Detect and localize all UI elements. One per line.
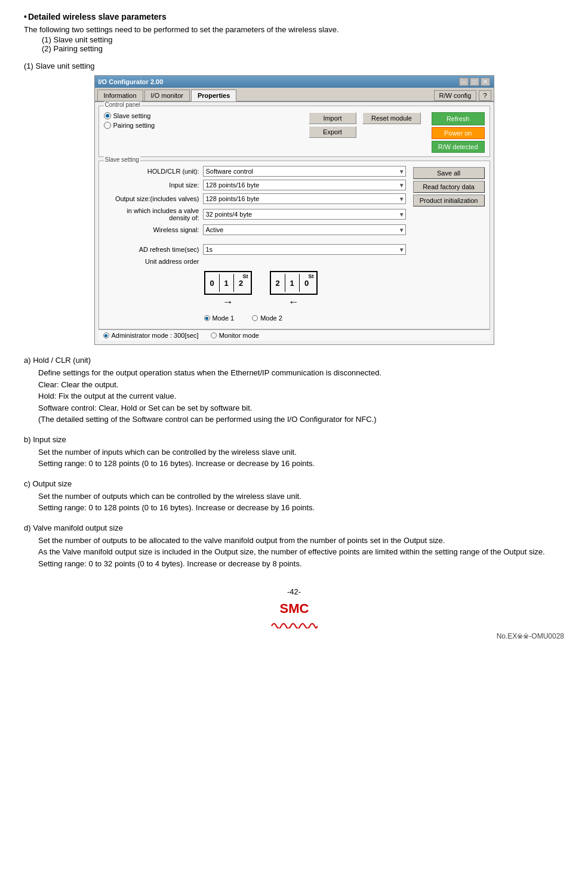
wireless-signal-select-wrap: Active ▼ <box>203 224 408 235</box>
maximize-button[interactable]: □ <box>470 78 479 86</box>
wireless-signal-select[interactable]: Active <box>203 224 406 235</box>
input-size-row: Input size: 128 points/16 byte ▼ <box>104 180 408 190</box>
read-factory-button[interactable]: Read factory data <box>413 181 485 193</box>
desc-text-output_size-0: Set the number of outputs which can be c… <box>38 491 564 503</box>
right-panel-buttons: Refresh Power on R/W detected <box>432 112 485 153</box>
tab-properties[interactable]: Properties <box>191 90 236 101</box>
footer-doc-num: No.EX※※-OMU0028 <box>24 632 564 640</box>
export-button[interactable]: Export <box>309 126 356 138</box>
valve-density-label: in which includes a valve density of: <box>104 207 199 221</box>
slave-setting-inner: HOLD/CLR (unit): Software control ▼ Inpu… <box>104 166 485 324</box>
valve-density-select-wrap: 32 points/4 byte ▼ <box>203 209 408 220</box>
monitor-mode-label: Monitor mode <box>219 332 259 339</box>
save-all-button[interactable]: Save all <box>413 167 485 179</box>
pairing-setting-radio-dot <box>104 122 111 129</box>
mode1-diagram-box: St 0 1 2 <box>204 271 252 295</box>
hold-clr-row: HOLD/CLR (unit): Software control ▼ <box>104 166 408 177</box>
desc-text-output_size-1: Setting range: 0 to 128 points (0 to 16 … <box>38 502 564 514</box>
descriptions-container: a) Hold / CLR (unit)Define settings for … <box>24 356 564 569</box>
mode2-digit-1: 1 <box>285 274 300 292</box>
mode2-diagram: St 2 1 0 → <box>270 271 318 309</box>
app-title: I/O Configurator 2.00 <box>98 78 164 85</box>
monitor-mode-status: Monitor mode <box>211 332 259 339</box>
app-window: I/O Configurator 2.00 ─ □ ✕ Information … <box>94 75 494 345</box>
slave-setting-radio[interactable]: Slave setting <box>104 112 303 119</box>
admin-mode-radio[interactable] <box>103 332 109 338</box>
desc-text-hold_clr-4: (The detailed setting of the Software co… <box>38 414 564 426</box>
smc-logo-icon: SMC <box>276 600 312 618</box>
mode1-diagram: St 0 1 2 → <box>204 271 252 309</box>
desc-text-input_size-0: Set the number of inputs which can be co… <box>38 446 564 458</box>
wireless-signal-row: Wireless signal: Active ▼ <box>104 224 408 235</box>
mode1-label-row: Mode 1 <box>204 315 235 322</box>
desc-section-valve_manifold: d) Valve manifold output sizeSet the num… <box>24 523 564 570</box>
svg-text:SMC: SMC <box>279 601 309 616</box>
output-size-label: Output size:(includes valves) <box>104 195 199 202</box>
desc-section-output_size: c) Output sizeSet the number of outputs … <box>24 479 564 514</box>
input-size-label: Input size: <box>104 181 199 189</box>
status-bar: Administrator mode : 300[sec] Monitor mo… <box>98 329 490 341</box>
slave-setting-section-label: Slave setting <box>104 156 140 163</box>
input-size-select[interactable]: 128 points/16 byte <box>203 180 406 190</box>
mode1-st-label: St <box>243 273 248 279</box>
control-panel-section: Control panel Slave setting Pairing sett… <box>98 106 490 157</box>
pairing-setting-label: Pairing setting <box>113 122 155 129</box>
control-panel-label: Control panel <box>104 101 141 108</box>
mode1-digit-1: 1 <box>220 274 234 292</box>
hold-clr-select-wrap: Software control ▼ <box>203 166 408 177</box>
mode-label-row: Mode 1 Mode 2 <box>204 315 408 322</box>
footer-page-num: -42- <box>24 587 564 596</box>
mode2-arrow: → <box>288 296 299 309</box>
tab-information[interactable]: Information <box>97 90 143 101</box>
address-diagrams-row: St 0 1 2 → St 2 1 <box>204 271 408 309</box>
footer-logo: SMC <box>24 600 564 628</box>
mode2-st-label: St <box>309 273 314 279</box>
slave-setting-section: Slave setting HOLD/CLR (unit): Software … <box>98 161 490 329</box>
refresh-button[interactable]: Refresh <box>432 112 485 125</box>
reset-module-group: Reset module <box>362 112 421 124</box>
mode2-digit-0: 2 <box>271 274 285 292</box>
desc-text-hold_clr-3: Software control: Clear, Hold or Set can… <box>38 402 564 414</box>
unit-address-label-row: Unit address order <box>104 258 408 265</box>
monitor-mode-radio[interactable] <box>211 332 217 338</box>
output-size-select[interactable]: 128 points/16 byte <box>203 193 406 204</box>
valve-density-select[interactable]: 32 points/4 byte <box>203 209 406 220</box>
mode2-radio[interactable] <box>252 315 258 321</box>
tab-io-monitor[interactable]: I/O monitor <box>144 90 190 101</box>
rw-detected-button[interactable]: R/W detected <box>432 141 485 153</box>
desc-text-hold_clr-2: Hold: Fix the output at the current valu… <box>38 390 564 402</box>
hold-clr-select[interactable]: Software control <box>203 166 406 177</box>
logo-waves-svg <box>270 620 318 628</box>
reset-module-button[interactable]: Reset module <box>362 112 421 124</box>
desc-text-valve_manifold-2: Setting range: 0 to 32 points (0 to 4 by… <box>38 558 564 570</box>
control-panel-content: Slave setting Pairing setting Import Exp… <box>104 112 485 153</box>
tab-right-actions: R/W config ? <box>434 90 491 101</box>
help-button[interactable]: ? <box>479 90 491 101</box>
desc-heading-output_size: c) Output size <box>24 479 564 488</box>
mode1-radio[interactable] <box>204 315 210 321</box>
ad-refresh-select[interactable]: 1s <box>203 244 406 255</box>
desc-section-hold_clr: a) Hold / CLR (unit)Define settings for … <box>24 356 564 426</box>
hold-clr-label: HOLD/CLR (unit): <box>104 168 199 175</box>
close-button[interactable]: ✕ <box>481 78 490 86</box>
valve-density-row: in which includes a valve density of: 32… <box>104 207 408 221</box>
section1-heading: (1) Slave unit setting <box>24 61 564 70</box>
mode2-diagram-box: St 2 1 0 <box>270 271 318 295</box>
ad-refresh-select-wrap: 1s ▼ <box>203 244 408 255</box>
input-size-select-wrap: 128 points/16 byte ▼ <box>203 180 408 190</box>
ad-refresh-row: AD refresh time(sec) 1s ▼ <box>104 244 408 255</box>
rw-config-button[interactable]: R/W config <box>434 90 477 101</box>
admin-mode-status: Administrator mode : 300[sec] <box>103 332 199 339</box>
intro-text: The following two settings need to be pe… <box>24 25 564 34</box>
power-on-button[interactable]: Power on <box>432 127 485 139</box>
import-button[interactable]: Import <box>309 112 356 124</box>
item2-text: (2) Pairing setting <box>42 44 564 53</box>
desc-heading-hold_clr: a) Hold / CLR (unit) <box>24 356 564 365</box>
unit-address-label: Unit address order <box>104 258 199 265</box>
product-initialization-button[interactable]: Product initialization <box>413 195 485 206</box>
logo-wave-lines <box>270 620 318 628</box>
pairing-setting-radio[interactable]: Pairing setting <box>104 122 303 129</box>
minimize-button[interactable]: ─ <box>459 78 469 86</box>
mode1-arrow: → <box>223 296 233 309</box>
mode1-label: Mode 1 <box>213 315 235 322</box>
